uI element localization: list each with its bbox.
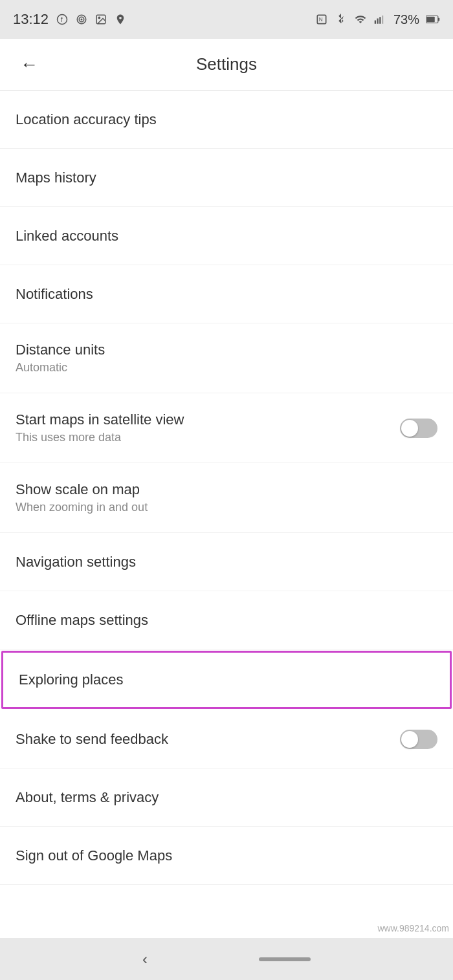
svg-rect-11 <box>379 17 381 24</box>
item-text-navigation-settings: Navigation settings <box>16 554 136 571</box>
header: ← Settings <box>0 39 453 91</box>
settings-item-shake-feedback[interactable]: Shake to send feedback <box>0 710 453 768</box>
item-title-linked-accounts: Linked accounts <box>16 228 118 245</box>
nfc-icon: N <box>315 12 329 27</box>
settings-item-about-terms[interactable]: About, terms & privacy <box>0 768 453 827</box>
item-title-show-scale: Show scale on map <box>16 481 148 498</box>
nav-bar: ‹ <box>0 938 453 980</box>
status-right: N 73% <box>315 12 440 27</box>
status-bar: 13:12 f N <box>0 0 453 39</box>
signal-icon <box>373 12 387 27</box>
bluetooth-icon <box>334 12 348 27</box>
item-text-maps-history: Maps history <box>16 169 96 186</box>
item-text-shake-feedback: Shake to send feedback <box>16 731 168 748</box>
settings-item-offline-maps[interactable]: Offline maps settings <box>0 591 453 649</box>
watermark: www.989214.com <box>373 920 453 936</box>
nav-back-button[interactable]: ‹ <box>142 950 148 968</box>
settings-item-exploring-places[interactable]: Exploring places <box>1 651 452 709</box>
settings-item-navigation-settings[interactable]: Navigation settings <box>0 533 453 591</box>
page-title: Settings <box>45 54 408 74</box>
facebook-icon: f <box>55 12 69 27</box>
item-title-shake-feedback: Shake to send feedback <box>16 731 168 748</box>
toggle-satellite-view[interactable] <box>400 419 437 438</box>
item-text-show-scale: Show scale on mapWhen zooming in and out <box>16 481 148 514</box>
item-text-notifications: Notifications <box>16 286 93 303</box>
image-icon <box>94 12 108 27</box>
location-pin-icon <box>113 12 127 27</box>
svg-point-6 <box>98 17 100 18</box>
svg-rect-12 <box>382 16 383 24</box>
item-text-satellite-view: Start maps in satellite viewThis uses mo… <box>16 411 184 444</box>
toggle-shake-feedback[interactable] <box>400 730 437 749</box>
nav-home-pill[interactable] <box>259 957 311 961</box>
item-title-location-accuracy-tips: Location accuracy tips <box>16 111 157 128</box>
settings-item-linked-accounts[interactable]: Linked accounts <box>0 207 453 265</box>
back-button[interactable]: ← <box>13 49 45 81</box>
item-title-sign-out: Sign out of Google Maps <box>16 847 172 864</box>
settings-item-satellite-view[interactable]: Start maps in satellite viewThis uses mo… <box>0 393 453 463</box>
back-arrow-icon: ← <box>20 54 38 75</box>
svg-text:f: f <box>61 16 63 23</box>
battery-percentage: 73% <box>393 12 419 27</box>
item-title-distance-units: Distance units <box>16 342 105 358</box>
item-title-satellite-view: Start maps in satellite view <box>16 411 184 428</box>
item-subtitle-show-scale: When zooming in and out <box>16 501 148 514</box>
item-text-exploring-places: Exploring places <box>19 671 123 688</box>
battery-icon <box>426 12 440 27</box>
svg-rect-9 <box>375 21 376 24</box>
svg-rect-15 <box>426 17 435 23</box>
item-title-maps-history: Maps history <box>16 169 96 186</box>
item-text-about-terms: About, terms & privacy <box>16 789 159 806</box>
item-text-sign-out: Sign out of Google Maps <box>16 847 172 864</box>
svg-rect-14 <box>438 18 439 21</box>
item-subtitle-satellite-view: This uses more data <box>16 431 184 444</box>
item-title-about-terms: About, terms & privacy <box>16 789 159 806</box>
target-icon <box>74 12 89 27</box>
svg-text:N: N <box>319 16 323 23</box>
item-text-distance-units: Distance unitsAutomatic <box>16 342 105 375</box>
settings-item-sign-out[interactable]: Sign out of Google Maps <box>0 827 453 885</box>
item-title-navigation-settings: Navigation settings <box>16 554 136 571</box>
settings-list: Location accuracy tipsMaps historyLinked… <box>0 91 453 885</box>
svg-rect-10 <box>377 19 378 24</box>
settings-item-location-accuracy-tips[interactable]: Location accuracy tips <box>0 91 453 149</box>
item-subtitle-distance-units: Automatic <box>16 361 105 375</box>
status-right-icons: N <box>315 12 387 27</box>
item-text-linked-accounts: Linked accounts <box>16 228 118 245</box>
item-text-location-accuracy-tips: Location accuracy tips <box>16 111 157 128</box>
wifi-icon <box>353 12 368 27</box>
item-text-offline-maps: Offline maps settings <box>16 612 148 629</box>
item-title-offline-maps: Offline maps settings <box>16 612 148 629</box>
settings-item-notifications[interactable]: Notifications <box>0 265 453 323</box>
status-left: 13:12 f <box>13 11 127 28</box>
settings-item-show-scale[interactable]: Show scale on mapWhen zooming in and out <box>0 463 453 533</box>
settings-item-maps-history[interactable]: Maps history <box>0 149 453 207</box>
item-title-exploring-places: Exploring places <box>19 671 123 688</box>
settings-item-distance-units[interactable]: Distance unitsAutomatic <box>0 323 453 393</box>
status-time: 13:12 <box>13 11 49 28</box>
item-title-notifications: Notifications <box>16 286 93 303</box>
svg-point-4 <box>81 19 82 20</box>
status-icons: f <box>55 12 127 27</box>
